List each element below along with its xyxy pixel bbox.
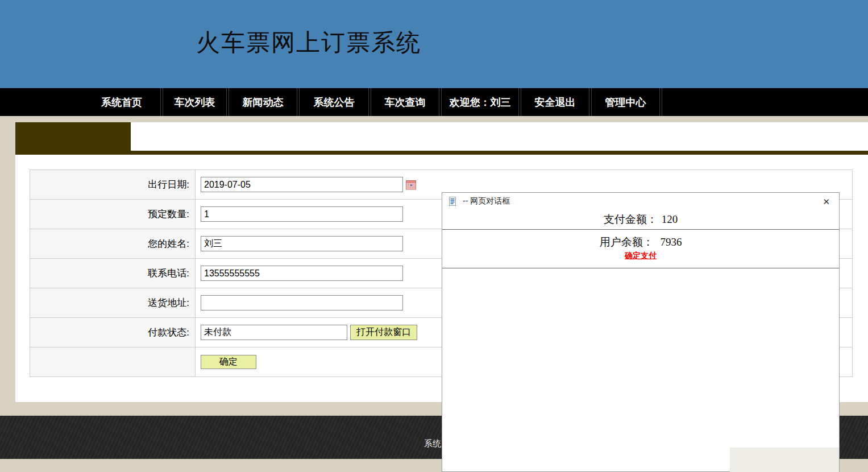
quantity-label: 预定数量: [30, 200, 196, 229]
nav-item-welcome-user: 欢迎您：刘三 [442, 88, 518, 116]
quantity-input[interactable] [201, 206, 403, 222]
payment-amount-value: 120 [662, 213, 678, 226]
tab-underline [15, 151, 868, 155]
travel-date-input[interactable] [201, 177, 403, 192]
empty-label-cell [30, 347, 196, 376]
close-icon[interactable]: ✕ [823, 197, 830, 206]
payment-amount-row: 支付金额： 120 [442, 210, 839, 230]
payment-dialog: -- 网页对话框 ✕ 支付金额： 120 用户余额： 7936 确定支付 [442, 192, 840, 472]
nav-item-train-list[interactable]: 车次列表 [163, 88, 226, 116]
dialog-title: -- 网页对话框 [463, 196, 510, 206]
dialog-bottom-panel [730, 448, 839, 472]
user-balance-label: 用户余额： [600, 236, 654, 248]
phone-input[interactable] [201, 266, 403, 281]
travel-date-label: 出行日期: [30, 170, 196, 199]
address-input[interactable] [201, 295, 403, 310]
site-banner: 火车票网上订票系统 [0, 0, 868, 88]
confirm-payment-link[interactable]: 确定支付 [625, 251, 657, 261]
nav-item-logout[interactable]: 安全退出 [521, 88, 589, 116]
main-nav: 系统首页 车次列表 新闻动态 系统公告 车次查询 欢迎您：刘三 安全退出 管理中… [0, 88, 868, 116]
nav-item-news[interactable]: 新闻动态 [229, 88, 297, 116]
site-title: 火车票网上订票系统 [196, 30, 421, 56]
dialog-titlebar: -- 网页对话框 ✕ [442, 193, 839, 210]
payment-status-input[interactable] [201, 325, 347, 340]
open-payment-window-button[interactable]: 打开付款窗口 [350, 325, 417, 340]
address-label: 送货地址: [30, 288, 196, 317]
nav-divider [659, 88, 662, 116]
phone-label: 联系电话: [30, 259, 196, 288]
footer-text: 系统 [424, 438, 441, 449]
document-icon [448, 197, 457, 206]
active-tab[interactable] [15, 122, 131, 155]
payment-status-label: 付款状态: [30, 318, 196, 347]
nav-item-announcements[interactable]: 系统公告 [300, 88, 368, 116]
page: 火车票网上订票系统 系统首页 车次列表 新闻动态 系统公告 车次查询 欢迎您：刘… [0, 0, 868, 472]
payment-amount-label: 支付金额： [604, 212, 658, 227]
confirm-button[interactable]: 确定 [201, 355, 256, 369]
calendar-icon[interactable] [406, 180, 416, 190]
nav-item-admin-center[interactable]: 管理中心 [592, 88, 659, 116]
user-balance-section: 用户余额： 7936 确定支付 [442, 230, 839, 268]
nav-item-train-search[interactable]: 车次查询 [371, 88, 439, 116]
nav-item-home[interactable]: 系统首页 [83, 88, 160, 116]
name-label: 您的姓名: [30, 229, 196, 258]
name-input[interactable] [201, 236, 403, 251]
user-balance-value: 7936 [660, 236, 682, 248]
